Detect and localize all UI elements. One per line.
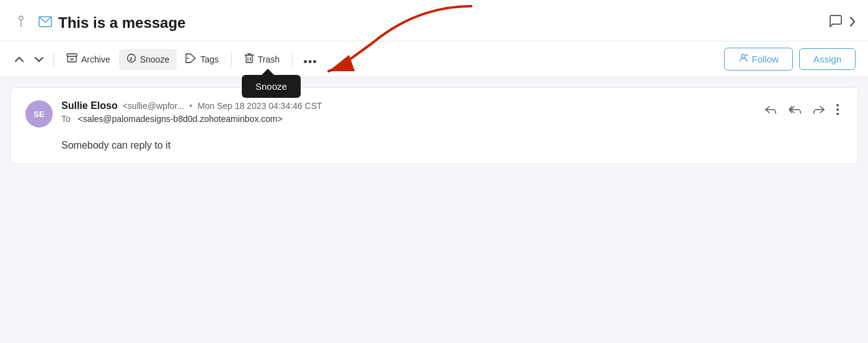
trash-label: Trash bbox=[258, 54, 280, 64]
tags-icon bbox=[185, 53, 197, 66]
content-area: SE Sullie Eloso <sullie@wpfor... • Mon S… bbox=[0, 77, 868, 343]
snooze-label: Snooze bbox=[140, 54, 169, 64]
avatar: SE bbox=[25, 100, 53, 128]
svg-point-10 bbox=[304, 60, 307, 63]
svg-text:z: z bbox=[130, 56, 133, 62]
svg-point-7 bbox=[187, 57, 188, 58]
svg-point-0 bbox=[19, 16, 23, 20]
tags-label: Tags bbox=[200, 54, 219, 64]
assign-label: Assign bbox=[813, 54, 841, 64]
recipient-email: <sales@palomadesigns-b8d0d.zohoteaminbox… bbox=[78, 114, 282, 124]
sender-details: Sullie Eloso <sullie@wpfor... • Mon Sep … bbox=[61, 100, 322, 124]
to-label: To bbox=[61, 114, 71, 124]
email-more-button[interactable] bbox=[833, 100, 843, 122]
svg-point-17 bbox=[836, 108, 839, 111]
snooze-icon: z bbox=[126, 53, 136, 66]
page-title: This is a message bbox=[58, 14, 185, 32]
tags-button[interactable]: Tags bbox=[178, 49, 226, 70]
nav-up-button[interactable] bbox=[10, 50, 29, 69]
snooze-button[interactable]: z Snooze bbox=[119, 49, 177, 70]
chat-icon-button[interactable] bbox=[828, 14, 843, 32]
sender-name-line: Sullie Eloso <sullie@wpfor... • Mon Sep … bbox=[61, 100, 322, 111]
nav-down-button[interactable] bbox=[30, 50, 48, 69]
toolbar-divider-3 bbox=[292, 52, 293, 67]
email-header: SE Sullie Eloso <sullie@wpfor... • Mon S… bbox=[25, 100, 843, 128]
toolbar-left: Archive z Snooze Tags bbox=[10, 48, 722, 71]
expand-button[interactable] bbox=[849, 16, 856, 30]
header-left: This is a message bbox=[10, 11, 828, 35]
trash-button[interactable]: Trash bbox=[237, 48, 287, 71]
svg-point-13 bbox=[742, 54, 745, 58]
tooltip-arrow bbox=[262, 69, 274, 75]
pin-icon[interactable] bbox=[10, 11, 32, 35]
toolbar-divider-2 bbox=[231, 52, 232, 67]
follow-icon bbox=[738, 53, 748, 65]
svg-point-11 bbox=[309, 60, 312, 63]
email-body-text: Somebody can reply to it bbox=[61, 140, 170, 150]
follow-button[interactable]: Follow bbox=[724, 48, 793, 71]
email-sender-info: SE Sullie Eloso <sullie@wpfor... • Mon S… bbox=[25, 100, 322, 128]
sender-email: <sullie@wpfor... bbox=[123, 101, 184, 111]
more-options-button[interactable] bbox=[298, 48, 322, 70]
header-right bbox=[828, 14, 856, 32]
mail-icon bbox=[38, 16, 52, 30]
svg-point-18 bbox=[836, 113, 839, 115]
header: This is a message bbox=[0, 0, 868, 41]
snooze-tooltip: Snooze bbox=[242, 69, 301, 98]
toolbar: Archive z Snooze Tags bbox=[0, 41, 868, 77]
trash-icon bbox=[244, 53, 254, 66]
email-body: Somebody can reply to it bbox=[25, 140, 843, 151]
assign-button[interactable]: Assign bbox=[799, 48, 856, 70]
sender-name: Sullie Eloso bbox=[61, 100, 118, 111]
archive-icon bbox=[66, 53, 78, 66]
dot-separator: • bbox=[189, 100, 193, 111]
tooltip-box: Snooze bbox=[242, 75, 301, 98]
svg-point-16 bbox=[836, 104, 839, 106]
email-card: SE Sullie Eloso <sullie@wpfor... • Mon S… bbox=[10, 87, 858, 164]
reply-all-button[interactable] bbox=[784, 100, 805, 122]
reply-button[interactable] bbox=[761, 100, 781, 122]
email-actions bbox=[761, 100, 843, 122]
follow-label: Follow bbox=[752, 54, 779, 64]
tooltip-label: Snooze bbox=[255, 81, 287, 92]
toolbar-divider-1 bbox=[53, 52, 54, 67]
svg-point-12 bbox=[313, 60, 316, 63]
forward-button[interactable] bbox=[809, 100, 829, 122]
main-container: This is a message bbox=[0, 0, 868, 343]
archive-button[interactable]: Archive bbox=[59, 49, 118, 70]
archive-label: Archive bbox=[81, 54, 110, 64]
toolbar-right: Follow Assign bbox=[724, 48, 856, 71]
email-date: Mon Sep 18 2023 04:34:46 CST bbox=[198, 101, 322, 111]
svg-rect-4 bbox=[67, 54, 77, 56]
recipient-line: To <sales@palomadesigns-b8d0d.zohoteamin… bbox=[61, 114, 322, 124]
